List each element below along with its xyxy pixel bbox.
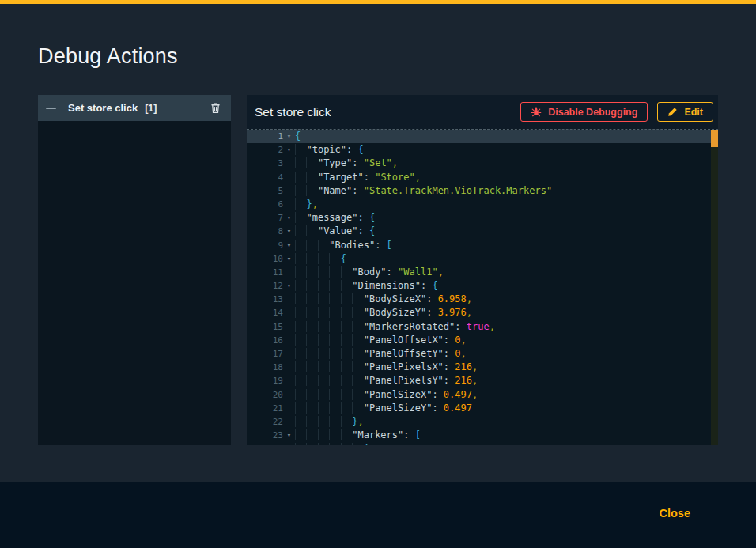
line-number: 20 — [247, 388, 283, 402]
fold-spacer — [283, 306, 295, 319]
code-line[interactable]: 12▾ "Dimensions": { — [247, 279, 711, 293]
disable-debugging-label: Disable Debugging — [548, 107, 637, 118]
fold-spacer — [283, 388, 295, 402]
code-line[interactable]: 8▾ "Value": { — [247, 225, 711, 238]
code-text: "PanelSizeY": 0.497 — [295, 402, 472, 415]
code-line[interactable]: 13 "BodySizeX": 6.958, — [247, 293, 711, 306]
edit-button[interactable]: Edit — [657, 102, 713, 122]
code-text: "Body": "Wall1", — [295, 266, 444, 279]
code-line[interactable]: 1▾{ — [247, 130, 711, 143]
code-text: "message": { — [295, 211, 375, 225]
line-number: 8 — [247, 225, 283, 238]
panel-header: Set store click — [247, 95, 718, 129]
code-line[interactable]: 10▾ { — [247, 252, 711, 266]
action-detail-panel: Set store click — [247, 95, 718, 445]
line-number: 24 — [247, 442, 283, 445]
code-line[interactable]: 17 "PanelOffsetY": 0, — [247, 347, 711, 361]
fold-spacer — [283, 198, 295, 211]
disable-debugging-button[interactable]: Disable Debugging — [520, 102, 648, 122]
code-line[interactable]: 14 "BodySizeY": 3.976, — [247, 306, 711, 319]
code-text: "topic": { — [295, 143, 364, 157]
code-line[interactable]: 20 "PanelSizeX": 0.497, — [247, 388, 711, 402]
collapse-minus-icon[interactable] — [46, 108, 56, 109]
code-line[interactable]: 23▾ "Markers": [ — [247, 429, 711, 442]
fold-arrow-icon[interactable]: ▾ — [283, 211, 295, 225]
edit-label: Edit — [684, 107, 703, 118]
fold-spacer — [283, 442, 295, 445]
code-text: "Value": { — [295, 225, 375, 238]
code-line[interactable]: 11 "Body": "Wall1", — [247, 266, 711, 279]
fold-arrow-icon[interactable]: ▾ — [283, 143, 295, 157]
code-text: "Bodies": [ — [295, 239, 392, 252]
line-number: 16 — [247, 334, 283, 347]
fold-spacer — [283, 320, 295, 334]
line-number: 21 — [247, 402, 283, 415]
code-line[interactable]: 24 { — [247, 442, 711, 445]
line-number: 7 — [247, 211, 283, 225]
line-number: 15 — [247, 320, 283, 334]
line-number: 22 — [247, 415, 283, 429]
fold-arrow-icon[interactable]: ▾ — [283, 252, 295, 266]
line-number: 23 — [247, 429, 283, 442]
debug-actions-dialog: Debug Actions Set store click [1] Set st… — [0, 4, 756, 482]
editor-scrollbar[interactable] — [711, 130, 718, 445]
code-text: "MarkersRotated": true, — [295, 320, 495, 334]
code-line[interactable]: 4 "Target": "Store", — [247, 171, 711, 184]
line-number: 18 — [247, 361, 283, 374]
code-line[interactable]: 22 }, — [247, 415, 711, 429]
close-button[interactable]: Close — [660, 507, 691, 520]
code-lines: 1▾{2▾ "topic": {3 "Type": "Set",4 "Targe… — [247, 130, 711, 445]
line-number: 11 — [247, 266, 283, 279]
page-title: Debug Actions — [38, 44, 178, 69]
json-editor[interactable]: 1▾{2▾ "topic": {3 "Type": "Set",4 "Targe… — [247, 129, 718, 445]
actions-sidebar: Set store click [1] — [38, 95, 231, 445]
fold-spacer — [283, 171, 295, 184]
code-line[interactable]: 18 "PanelPixelsX": 216, — [247, 361, 711, 374]
editor-scrollbar-thumb[interactable] — [711, 130, 718, 147]
code-text: "Name": "State.TrackMen.VioTrack.Markers… — [295, 184, 552, 198]
line-number: 9 — [247, 239, 283, 252]
fold-spacer — [283, 184, 295, 198]
code-line[interactable]: 7▾ "message": { — [247, 211, 711, 225]
code-line[interactable]: 21 "PanelSizeY": 0.497 — [247, 402, 711, 415]
line-number: 1 — [247, 130, 283, 143]
fold-spacer — [283, 361, 295, 374]
code-line[interactable]: 15 "MarkersRotated": true, — [247, 320, 711, 334]
code-text: "Dimensions": { — [295, 279, 438, 293]
action-count-badge: [1] — [145, 103, 157, 114]
code-line[interactable]: 9▾ "Bodies": [ — [247, 239, 711, 252]
line-number: 4 — [247, 171, 283, 184]
fold-spacer — [283, 402, 295, 415]
code-line[interactable]: 19 "PanelPixelsY": 216, — [247, 374, 711, 387]
code-text: "Target": "Store", — [295, 171, 421, 184]
line-number: 19 — [247, 374, 283, 387]
line-number: 14 — [247, 306, 283, 319]
line-number: 13 — [247, 293, 283, 306]
line-number: 12 — [247, 279, 283, 293]
line-number: 3 — [247, 157, 283, 170]
code-text: "BodySizeX": 6.958, — [295, 293, 472, 306]
fold-arrow-icon[interactable]: ▾ — [283, 130, 295, 143]
action-title: Set store click — [255, 105, 331, 119]
code-line[interactable]: 2▾ "topic": { — [247, 143, 711, 157]
fold-arrow-icon[interactable]: ▾ — [283, 429, 295, 442]
fold-arrow-icon[interactable]: ▾ — [283, 225, 295, 238]
trash-icon[interactable] — [210, 102, 221, 114]
code-line[interactable]: 6 }, — [247, 198, 711, 211]
code-text: "PanelPixelsX": 216, — [295, 361, 478, 374]
pencil-icon — [667, 107, 678, 117]
fold-spacer — [283, 347, 295, 361]
code-text: }, — [295, 415, 364, 429]
code-text: "BodySizeY": 3.976, — [295, 306, 472, 319]
code-line[interactable]: 3 "Type": "Set", — [247, 157, 711, 170]
fold-spacer — [283, 374, 295, 387]
code-text: "Type": "Set", — [295, 157, 398, 170]
code-line[interactable]: 5 "Name": "State.TrackMen.VioTrack.Marke… — [247, 184, 711, 198]
line-number: 17 — [247, 347, 283, 361]
action-group-header[interactable]: Set store click [1] — [38, 95, 231, 121]
fold-arrow-icon[interactable]: ▾ — [283, 279, 295, 293]
code-text: "PanelPixelsY": 216, — [295, 374, 478, 387]
code-line[interactable]: 16 "PanelOffsetX": 0, — [247, 334, 711, 347]
code-text: "Markers": [ — [295, 429, 421, 442]
fold-arrow-icon[interactable]: ▾ — [283, 239, 295, 252]
